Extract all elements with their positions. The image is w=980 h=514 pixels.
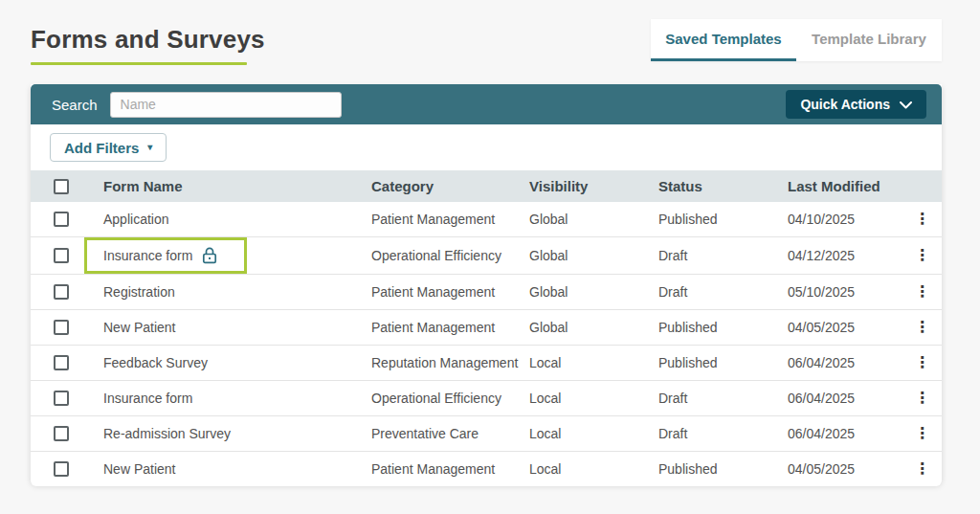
- form-name-link[interactable]: Insurance form: [103, 391, 192, 406]
- row-checkbox[interactable]: [54, 461, 69, 477]
- search-label: Search: [52, 97, 98, 113]
- table-header-row: Form Name Category Visibility Status Las…: [31, 170, 942, 202]
- page-title: Forms and Surveys: [31, 25, 265, 55]
- kebab-menu-icon[interactable]: ⋮: [915, 284, 930, 300]
- table-row: Registration Patient Management Global D…: [31, 275, 942, 310]
- caret-down-icon: ▾: [147, 143, 152, 152]
- tab-saved-templates[interactable]: Saved Templates: [651, 19, 796, 61]
- table-row: Insurance form Operational Efficiency Gl…: [31, 237, 942, 275]
- form-name-box: New Patient: [84, 452, 205, 486]
- table-row: Insurance form Operational Efficiency Lo…: [31, 381, 942, 416]
- row-last-modified: 04/12/2025: [788, 248, 902, 263]
- form-name-box: Re-admission Survey: [84, 416, 260, 451]
- add-filters-button[interactable]: Add Filters ▾: [50, 133, 167, 162]
- quick-actions-label: Quick Actions: [800, 97, 890, 112]
- row-category: Patient Management: [371, 320, 529, 335]
- form-name-box: Insurance form: [84, 237, 247, 274]
- select-all-checkbox[interactable]: [54, 179, 69, 194]
- row-visibility: Global: [529, 284, 658, 300]
- forms-and-surveys-page: Forms and Surveys Saved Templates Templa…: [0, 0, 980, 514]
- row-visibility: Global: [529, 320, 658, 335]
- row-category: Patient Management: [371, 284, 529, 300]
- row-visibility: Global: [529, 212, 658, 227]
- quick-actions-button[interactable]: Quick Actions: [786, 90, 926, 119]
- row-category: Operational Efficiency: [371, 248, 529, 263]
- row-last-modified: 06/04/2025: [788, 426, 902, 441]
- row-last-modified: 04/05/2025: [788, 461, 902, 477]
- table-row: Feedback Survey Reputation Management Lo…: [31, 346, 942, 381]
- filter-row: Add Filters ▾: [31, 124, 942, 170]
- kebab-menu-icon[interactable]: ⋮: [915, 212, 930, 227]
- row-last-modified: 04/05/2025: [788, 320, 902, 335]
- row-last-modified: 05/10/2025: [788, 284, 902, 300]
- title-block: Forms and Surveys: [31, 25, 265, 65]
- row-visibility: Global: [529, 248, 658, 263]
- row-visibility: Local: [529, 355, 658, 370]
- row-checkbox[interactable]: [54, 391, 69, 406]
- row-checkbox[interactable]: [54, 355, 69, 370]
- form-name-box: Application: [84, 202, 199, 236]
- row-checkbox[interactable]: [54, 426, 69, 441]
- row-status: Draft: [658, 391, 788, 406]
- forms-table-card: Search Quick Actions Add Filters ▾ Form …: [31, 84, 942, 483]
- row-checkbox[interactable]: [54, 320, 69, 335]
- column-header-visibility: Visibility: [529, 178, 658, 194]
- title-underline: [31, 62, 247, 65]
- column-header-form-name: Form Name: [103, 178, 371, 194]
- row-last-modified: 06/04/2025: [788, 391, 902, 406]
- row-status: Draft: [658, 248, 788, 263]
- row-category: Reputation Management: [371, 355, 529, 370]
- lock-icon: [202, 247, 217, 264]
- form-name-link[interactable]: New Patient: [103, 461, 175, 477]
- row-checkbox[interactable]: [54, 284, 69, 300]
- form-name-link[interactable]: Re-admission Survey: [103, 426, 231, 441]
- row-category: Patient Management: [371, 212, 529, 227]
- row-status: Published: [658, 355, 788, 370]
- form-name-box: Registration: [84, 275, 205, 309]
- form-name-box: New Patient: [84, 310, 205, 345]
- form-name-link[interactable]: Application: [103, 212, 169, 227]
- add-filters-label: Add Filters: [64, 140, 139, 156]
- table-row: Application Patient Management Global Pu…: [31, 202, 942, 237]
- kebab-menu-icon[interactable]: ⋮: [915, 426, 930, 441]
- row-status: Published: [658, 320, 788, 335]
- column-header-last-modified: Last Modified: [788, 178, 902, 194]
- column-header-category: Category: [371, 178, 529, 194]
- search-input[interactable]: [110, 92, 342, 118]
- row-checkbox[interactable]: [54, 248, 69, 263]
- form-name-link[interactable]: Feedback Survey: [103, 355, 208, 370]
- tab-bar: Saved Templates Template Library: [651, 19, 942, 61]
- form-name-link[interactable]: Insurance form: [103, 248, 192, 263]
- form-name-box: Insurance form: [84, 381, 222, 415]
- kebab-menu-icon[interactable]: ⋮: [915, 248, 930, 263]
- form-name-box: Feedback Survey: [84, 346, 237, 380]
- column-header-status: Status: [658, 178, 788, 194]
- form-name-link[interactable]: New Patient: [103, 320, 175, 335]
- row-status: Draft: [658, 284, 788, 300]
- tab-template-library[interactable]: Template Library: [796, 19, 942, 61]
- row-status: Published: [658, 212, 788, 227]
- kebab-menu-icon[interactable]: ⋮: [915, 320, 930, 335]
- row-status: Draft: [658, 426, 788, 441]
- row-last-modified: 06/04/2025: [788, 355, 902, 370]
- row-visibility: Local: [529, 426, 658, 441]
- row-visibility: Local: [529, 391, 658, 406]
- chevron-down-icon: [900, 97, 912, 112]
- table-row: Re-admission Survey Preventative Care Lo…: [31, 416, 942, 452]
- kebab-menu-icon[interactable]: ⋮: [915, 461, 930, 477]
- row-visibility: Local: [529, 461, 658, 477]
- table-body: Application Patient Management Global Pu…: [31, 202, 942, 486]
- row-category: Operational Efficiency: [371, 391, 529, 406]
- row-last-modified: 04/10/2025: [788, 212, 902, 227]
- row-checkbox[interactable]: [54, 212, 69, 227]
- row-status: Published: [658, 461, 788, 477]
- table-row: New Patient Patient Management Local Pub…: [31, 452, 942, 486]
- form-name-link[interactable]: Registration: [103, 284, 175, 300]
- kebab-menu-icon[interactable]: ⋮: [915, 355, 930, 370]
- row-category: Patient Management: [371, 461, 529, 477]
- table-row: New Patient Patient Management Global Pu…: [31, 310, 942, 346]
- row-category: Preventative Care: [371, 426, 529, 441]
- search-band: Search Quick Actions: [31, 84, 942, 124]
- kebab-menu-icon[interactable]: ⋮: [915, 391, 930, 406]
